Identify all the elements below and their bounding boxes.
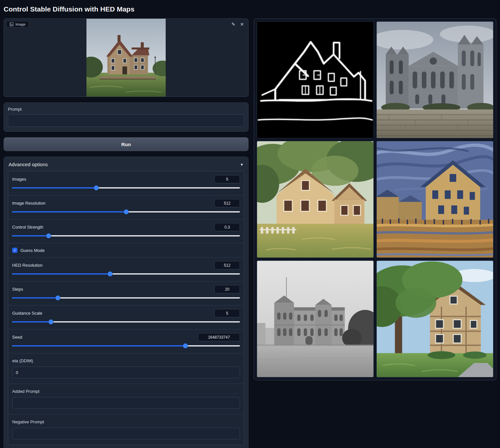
right-column — [254, 18, 496, 380]
slider-handle[interactable] — [124, 210, 129, 214]
hed-resolution-control: HED Resolution 512 — [8, 258, 244, 281]
uploaded-image[interactable] — [4, 19, 248, 97]
edit-image-button[interactable]: ✎ — [230, 21, 237, 28]
prompt-label: Prompt — [8, 107, 244, 112]
prompt-panel: Prompt — [4, 102, 249, 132]
slider-fill — [12, 235, 49, 236]
steps-slider[interactable] — [12, 295, 240, 301]
image-resolution-control: Image Resolution 512 — [8, 195, 244, 219]
gallery-item-impressionist[interactable] — [376, 141, 493, 258]
slider-fill — [12, 321, 51, 323]
negative-prompt-control: Negative Prompt — [8, 414, 244, 445]
image-label: Image — [15, 22, 26, 26]
prompt-input[interactable] — [8, 114, 244, 127]
image-resolution-value[interactable]: 512 — [214, 199, 240, 207]
slider-handle[interactable] — [55, 296, 60, 301]
guidance-scale-value[interactable]: 5 — [214, 309, 240, 317]
slider-fill — [12, 297, 58, 299]
image-resolution-slider[interactable] — [12, 209, 240, 214]
seed-control: Seed 1648733747 — [8, 329, 244, 353]
eta-control: eta (DDIM) — [8, 353, 244, 384]
slider-fill — [12, 187, 96, 189]
advanced-options-body: Images 5 Image Resolution 5 — [8, 171, 244, 445]
images-value[interactable]: 5 — [214, 175, 240, 183]
images-slider[interactable] — [12, 185, 240, 190]
page-title: Control Stable Diffusion with HED Maps — [4, 5, 496, 13]
impressionist-image — [377, 141, 493, 258]
steps-value[interactable]: 20 — [214, 285, 240, 293]
hed-resolution-value[interactable]: 512 — [214, 261, 240, 269]
guess-mode-row: ✓ Guess Mode — [8, 243, 244, 258]
added-prompt-control: Added Prompt — [8, 384, 244, 414]
guidance-scale-label: Guidance Scale — [12, 311, 42, 316]
gallery-item-hed-map[interactable] — [257, 21, 374, 138]
slider-handle[interactable] — [107, 272, 112, 277]
cathedral-image — [377, 22, 493, 138]
check-icon: ✓ — [13, 249, 16, 252]
bw-building-image — [257, 261, 373, 377]
clear-image-button[interactable]: ✕ — [238, 21, 246, 28]
gallery-item-bw-building[interactable] — [257, 260, 374, 377]
added-prompt-input[interactable] — [12, 397, 240, 409]
hed-resolution-label: HED Resolution — [12, 263, 43, 268]
guidance-scale-control: Guidance Scale 5 — [8, 305, 244, 329]
run-button[interactable]: Run — [4, 137, 249, 151]
eta-label: eta (DDIM) — [12, 358, 240, 363]
slider-handle[interactable] — [48, 320, 53, 325]
negative-prompt-label: Negative Prompt — [12, 419, 240, 424]
negative-prompt-input[interactable] — [12, 428, 240, 439]
gallery-grid — [257, 21, 493, 377]
guess-mode-label: Guess Mode — [20, 248, 45, 253]
chevron-down-icon: ▼ — [240, 163, 244, 167]
gallery-panel — [254, 18, 496, 380]
left-column: Image ✎ ✕ — [4, 18, 249, 448]
painted-house-image — [257, 141, 373, 258]
house-tree-image — [377, 261, 493, 377]
guidance-scale-slider[interactable] — [12, 319, 240, 325]
hed-map-image — [257, 22, 373, 138]
images-label: Images — [12, 177, 26, 182]
steps-label: Steps — [12, 287, 23, 292]
image-icon — [10, 22, 13, 26]
added-prompt-label: Added Prompt — [12, 389, 240, 394]
advanced-options-title: Advanced options — [9, 162, 48, 167]
gallery-item-painted-house[interactable] — [257, 141, 374, 258]
image-resolution-label: Image Resolution — [12, 201, 45, 206]
image-actions: ✎ ✕ — [230, 21, 246, 28]
input-image-panel: Image ✎ ✕ — [4, 18, 249, 97]
gallery-item-house-tree[interactable] — [376, 260, 493, 377]
slider-fill — [12, 211, 126, 213]
main-layout: Image ✎ ✕ — [4, 18, 496, 448]
control-strength-value[interactable]: 0.3 — [214, 223, 240, 231]
control-strength-slider[interactable] — [12, 233, 240, 238]
advanced-options-header[interactable]: Advanced options ▼ — [8, 161, 244, 171]
seed-value[interactable]: 1648733747 — [198, 333, 240, 341]
control-strength-label: Control Strength — [12, 225, 43, 230]
control-strength-control: Control Strength 0.3 — [8, 219, 244, 243]
advanced-options-panel: Advanced options ▼ Images 5 — [4, 157, 249, 448]
steps-control: Steps 20 — [8, 281, 244, 305]
slider-handle[interactable] — [183, 344, 188, 348]
hed-resolution-slider[interactable] — [12, 271, 240, 277]
images-control: Images 5 — [8, 171, 244, 195]
slider-fill — [12, 345, 185, 347]
slider-handle[interactable] — [46, 234, 51, 238]
app: Control Stable Diffusion with HED Maps I… — [0, 0, 500, 448]
eta-input[interactable] — [12, 367, 240, 378]
uploaded-house-photo — [86, 19, 166, 97]
slider-handle[interactable] — [94, 186, 99, 190]
slider-fill — [12, 273, 110, 275]
guess-mode-checkbox[interactable]: ✓ — [12, 248, 17, 253]
image-label-badge: Image — [6, 21, 29, 28]
seed-slider[interactable] — [12, 343, 240, 348]
seed-label: Seed — [12, 335, 22, 340]
gallery-item-cathedral[interactable] — [376, 21, 493, 138]
